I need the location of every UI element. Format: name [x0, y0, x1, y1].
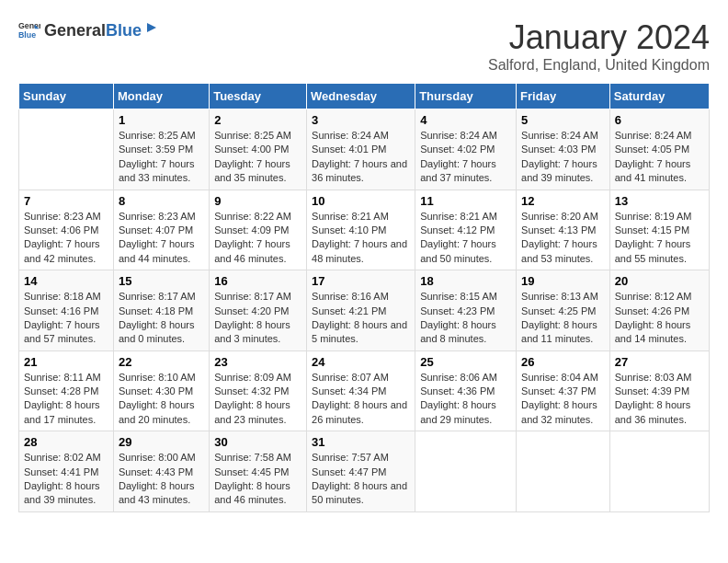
day-info: Sunrise: 8:25 AMSunset: 3:59 PMDaylight:…: [119, 129, 204, 186]
calendar-cell: [415, 431, 517, 512]
day-info: Sunrise: 8:02 AMSunset: 4:41 PMDaylight:…: [24, 451, 108, 508]
day-info: Sunrise: 8:16 AMSunset: 4:21 PMDaylight:…: [312, 290, 410, 347]
calendar-table: SundayMondayTuesdayWednesdayThursdayFrid…: [18, 83, 710, 512]
calendar-cell: 23Sunrise: 8:09 AMSunset: 4:32 PMDayligh…: [210, 350, 307, 431]
day-number: 7: [24, 194, 108, 208]
day-info: Sunrise: 8:25 AMSunset: 4:00 PMDaylight:…: [214, 129, 301, 186]
calendar-cell: 8Sunrise: 8:23 AMSunset: 4:07 PMDaylight…: [113, 190, 209, 270]
day-info: Sunrise: 8:13 AMSunset: 4:25 PMDaylight:…: [521, 290, 605, 347]
calendar-cell: 10Sunrise: 8:21 AMSunset: 4:10 PMDayligh…: [307, 190, 415, 270]
day-info: Sunrise: 8:04 AMSunset: 4:37 PMDaylight:…: [521, 371, 605, 428]
day-number: 12: [521, 194, 605, 208]
calendar-cell: 18Sunrise: 8:15 AMSunset: 4:23 PMDayligh…: [415, 270, 517, 351]
day-info: Sunrise: 8:03 AMSunset: 4:39 PMDaylight:…: [615, 371, 704, 428]
day-number: 22: [119, 355, 204, 369]
day-info: Sunrise: 8:06 AMSunset: 4:36 PMDaylight:…: [420, 371, 511, 428]
calendar-cell: 31Sunrise: 7:57 AMSunset: 4:47 PMDayligh…: [307, 431, 415, 512]
day-number: 3: [312, 113, 410, 127]
calendar-cell: 30Sunrise: 7:58 AMSunset: 4:45 PMDayligh…: [210, 431, 307, 512]
day-info: Sunrise: 8:21 AMSunset: 4:10 PMDaylight:…: [312, 210, 410, 267]
calendar-cell: 4Sunrise: 8:24 AMSunset: 4:02 PMDaylight…: [415, 109, 517, 190]
day-number: 15: [119, 274, 204, 288]
day-number: 26: [521, 355, 605, 369]
day-header: Sunday: [19, 84, 114, 109]
svg-text:General: General: [18, 21, 40, 30]
calendar-week-row: 1Sunrise: 8:25 AMSunset: 3:59 PMDaylight…: [19, 109, 710, 190]
calendar-cell: 16Sunrise: 8:17 AMSunset: 4:20 PMDayligh…: [210, 270, 307, 351]
day-info: Sunrise: 8:18 AMSunset: 4:16 PMDaylight:…: [24, 290, 108, 347]
day-number: 18: [420, 274, 511, 288]
day-info: Sunrise: 8:09 AMSunset: 4:32 PMDaylight:…: [214, 371, 301, 428]
calendar-cell: [609, 431, 709, 512]
calendar-cell: 24Sunrise: 8:07 AMSunset: 4:34 PMDayligh…: [307, 350, 415, 431]
day-header: Friday: [517, 84, 610, 109]
calendar-cell: 9Sunrise: 8:22 AMSunset: 4:09 PMDaylight…: [210, 190, 307, 270]
logo: General Blue General Blue: [18, 18, 160, 40]
logo-blue-text: Blue: [106, 21, 142, 40]
day-info: Sunrise: 8:20 AMSunset: 4:13 PMDaylight:…: [521, 210, 605, 267]
calendar-cell: 20Sunrise: 8:12 AMSunset: 4:26 PMDayligh…: [609, 270, 709, 351]
day-info: Sunrise: 8:24 AMSunset: 4:03 PMDaylight:…: [521, 129, 605, 186]
day-number: 21: [24, 355, 108, 369]
day-number: 1: [119, 113, 204, 127]
day-number: 31: [312, 435, 410, 449]
calendar-cell: 1Sunrise: 8:25 AMSunset: 3:59 PMDaylight…: [113, 109, 209, 190]
calendar-cell: 6Sunrise: 8:24 AMSunset: 4:05 PMDaylight…: [609, 109, 709, 190]
day-number: 14: [24, 274, 108, 288]
title-area: January 2024 Salford, England, United Ki…: [488, 18, 710, 74]
day-number: 5: [521, 113, 605, 127]
day-info: Sunrise: 8:17 AMSunset: 4:18 PMDaylight:…: [119, 290, 204, 347]
calendar-header-row: SundayMondayTuesdayWednesdayThursdayFrid…: [19, 84, 710, 109]
day-info: Sunrise: 8:15 AMSunset: 4:23 PMDaylight:…: [420, 290, 511, 347]
day-number: 17: [312, 274, 410, 288]
day-info: Sunrise: 8:10 AMSunset: 4:30 PMDaylight:…: [119, 371, 204, 428]
calendar-cell: 28Sunrise: 8:02 AMSunset: 4:41 PMDayligh…: [19, 431, 114, 512]
day-number: 9: [214, 194, 301, 208]
day-info: Sunrise: 8:19 AMSunset: 4:15 PMDaylight:…: [615, 210, 704, 267]
day-info: Sunrise: 8:12 AMSunset: 4:26 PMDaylight:…: [615, 290, 704, 347]
calendar-cell: 3Sunrise: 8:24 AMSunset: 4:01 PMDaylight…: [307, 109, 415, 190]
calendar-week-row: 14Sunrise: 8:18 AMSunset: 4:16 PMDayligh…: [19, 270, 710, 351]
calendar-week-row: 28Sunrise: 8:02 AMSunset: 4:41 PMDayligh…: [19, 431, 710, 512]
calendar-cell: 14Sunrise: 8:18 AMSunset: 4:16 PMDayligh…: [19, 270, 114, 351]
location-title: Salford, England, United Kingdom: [488, 57, 710, 74]
day-number: 4: [420, 113, 511, 127]
day-info: Sunrise: 8:00 AMSunset: 4:43 PMDaylight:…: [119, 451, 204, 508]
calendar-week-row: 7Sunrise: 8:23 AMSunset: 4:06 PMDaylight…: [19, 190, 710, 270]
day-info: Sunrise: 7:57 AMSunset: 4:47 PMDaylight:…: [312, 451, 410, 508]
calendar-cell: 2Sunrise: 8:25 AMSunset: 4:00 PMDaylight…: [210, 109, 307, 190]
day-info: Sunrise: 8:24 AMSunset: 4:05 PMDaylight:…: [615, 129, 704, 186]
calendar-cell: [517, 431, 610, 512]
calendar-cell: 11Sunrise: 8:21 AMSunset: 4:12 PMDayligh…: [415, 190, 517, 270]
day-number: 8: [119, 194, 204, 208]
calendar-cell: 27Sunrise: 8:03 AMSunset: 4:39 PMDayligh…: [609, 350, 709, 431]
day-number: 28: [24, 435, 108, 449]
day-number: 2: [214, 113, 301, 127]
day-number: 11: [420, 194, 511, 208]
logo-general-text: General: [44, 21, 106, 40]
calendar-cell: [19, 109, 114, 190]
header: General Blue General Blue January 2024 S…: [18, 18, 710, 74]
day-number: 30: [214, 435, 301, 449]
calendar-cell: 13Sunrise: 8:19 AMSunset: 4:15 PMDayligh…: [609, 190, 709, 270]
day-header: Monday: [113, 84, 209, 109]
day-info: Sunrise: 8:24 AMSunset: 4:02 PMDaylight:…: [420, 129, 511, 186]
day-number: 13: [615, 194, 704, 208]
day-header: Tuesday: [210, 84, 307, 109]
day-header: Wednesday: [307, 84, 415, 109]
day-number: 29: [119, 435, 204, 449]
day-number: 16: [214, 274, 301, 288]
calendar-cell: 5Sunrise: 8:24 AMSunset: 4:03 PMDaylight…: [517, 109, 610, 190]
calendar-cell: 15Sunrise: 8:17 AMSunset: 4:18 PMDayligh…: [113, 270, 209, 351]
calendar-cell: 22Sunrise: 8:10 AMSunset: 4:30 PMDayligh…: [113, 350, 209, 431]
day-number: 6: [615, 113, 704, 127]
day-header: Thursday: [415, 84, 517, 109]
day-number: 20: [615, 274, 704, 288]
day-info: Sunrise: 8:17 AMSunset: 4:20 PMDaylight:…: [214, 290, 301, 347]
calendar-cell: 7Sunrise: 8:23 AMSunset: 4:06 PMDaylight…: [19, 190, 114, 270]
svg-marker-3: [147, 23, 156, 32]
day-info: Sunrise: 8:11 AMSunset: 4:28 PMDaylight:…: [24, 371, 108, 428]
day-info: Sunrise: 8:22 AMSunset: 4:09 PMDaylight:…: [214, 210, 301, 267]
calendar-cell: 17Sunrise: 8:16 AMSunset: 4:21 PMDayligh…: [307, 270, 415, 351]
month-title: January 2024: [488, 18, 710, 57]
